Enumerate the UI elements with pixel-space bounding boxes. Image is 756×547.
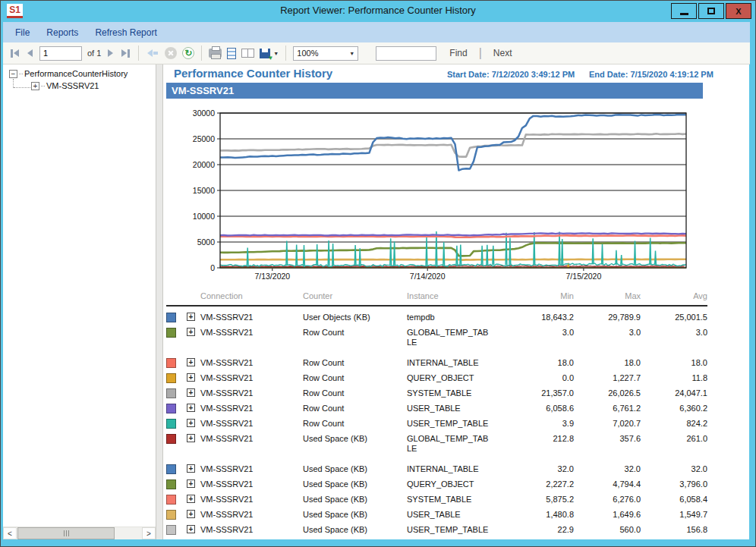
- panel-splitter[interactable]: [156, 64, 163, 539]
- max-cell: 18.0: [574, 358, 641, 368]
- tree-node-root[interactable]: − PerformanceCounterHistory: [3, 68, 156, 80]
- expand-row-icon[interactable]: +: [187, 358, 195, 366]
- find-button[interactable]: Find: [449, 48, 467, 58]
- avg-cell: 32.0: [641, 464, 707, 474]
- series-color-swatch: [166, 388, 176, 398]
- expand-row-icon[interactable]: +: [187, 434, 195, 442]
- print-icon[interactable]: [209, 49, 222, 58]
- min-cell: 3.9: [496, 419, 574, 429]
- last-page-button[interactable]: [120, 48, 131, 59]
- instance-cell: INTERNAL_TABLE: [407, 464, 496, 474]
- table-row: +VM-SSSRV21Row CountSYSTEM_TABLE21,357.0…: [166, 386, 707, 401]
- col-min: Min: [496, 291, 574, 301]
- series-color-swatch: [166, 464, 176, 474]
- svg-text:30000: 30000: [193, 108, 215, 118]
- scrollbar-grip-icon: [64, 530, 65, 536]
- expand-row-icon[interactable]: +: [187, 313, 195, 321]
- connection-cell: VM-SSSRV21: [200, 373, 303, 383]
- tree-server-label[interactable]: VM-SSSRV21: [46, 81, 99, 90]
- menu-bar: File Reports Refresh Report: [3, 22, 750, 42]
- find-input[interactable]: [376, 46, 436, 61]
- next-button[interactable]: Next: [493, 48, 512, 58]
- report-toolbar: of 1 ↻ ▼ ▼ 100% ▼ Find | Next: [3, 42, 750, 64]
- min-cell: 5,875.2: [496, 495, 574, 505]
- scrollbar-thumb[interactable]: [17, 527, 115, 539]
- instance-cell: USER_TABLE: [407, 510, 496, 520]
- counter-table-rows: +VM-SSSRV21User Objects (KB)tempdb18,643…: [166, 310, 707, 538]
- expand-row-icon[interactable]: +: [187, 373, 195, 382]
- table-row: +VM-SSSRV21Used Space (KB)INTERNAL_TABLE…: [166, 462, 707, 477]
- expand-row-icon[interactable]: +: [187, 328, 195, 336]
- instance-cell: USER_TABLE: [407, 404, 496, 413]
- max-cell: 6,761.2: [574, 404, 641, 413]
- print-layout-icon[interactable]: [227, 48, 236, 59]
- close-button[interactable]: X: [726, 3, 751, 19]
- back-button[interactable]: [146, 48, 159, 58]
- tree-horizontal-scrollbar[interactable]: < >: [3, 527, 156, 539]
- chart-svg: 0500010000150002000025000300007/13/20207…: [175, 102, 706, 291]
- page-setup-icon[interactable]: [241, 49, 254, 58]
- instance-cell: SYSTEM_TABLE: [407, 495, 496, 505]
- report-body: Performance Counter History Start Date: …: [163, 64, 749, 539]
- expand-row-icon[interactable]: +: [187, 479, 195, 488]
- counter-cell: Used Space (KB): [303, 479, 407, 489]
- series-color-swatch: [166, 510, 176, 520]
- export-dropdown-caret-icon[interactable]: ▼: [273, 51, 279, 56]
- expand-row-icon[interactable]: +: [187, 404, 195, 412]
- connection-cell: VM-SSSRV21: [200, 464, 303, 474]
- find-next-separator: |: [479, 46, 482, 60]
- performance-counter-chart: 0500010000150002000025000300007/13/20207…: [175, 102, 706, 291]
- expand-row-icon[interactable]: +: [187, 419, 195, 427]
- scroll-left-button[interactable]: <: [3, 527, 17, 539]
- export-icon[interactable]: ▼: [260, 49, 270, 58]
- previous-page-button[interactable]: [26, 48, 34, 58]
- maximize-button[interactable]: [698, 3, 724, 19]
- zoom-value: 100%: [297, 49, 318, 58]
- menu-refresh-report[interactable]: Refresh Report: [95, 27, 156, 38]
- menu-reports[interactable]: Reports: [46, 27, 78, 38]
- table-row: +VM-SSSRV21Row CountQUERY_OBJECT0.01,227…: [166, 371, 707, 386]
- collapse-icon[interactable]: −: [9, 70, 17, 78]
- instance-cell: INTERNAL_TABLE: [407, 358, 496, 368]
- instance-cell: USER_TEMP_TABLE: [407, 525, 496, 535]
- table-header-row: Connection Counter Instance Min Max Avg: [166, 289, 707, 307]
- min-cell: 18.0: [496, 358, 574, 368]
- max-cell: 32.0: [574, 464, 641, 474]
- stop-refresh-icon[interactable]: [165, 47, 177, 59]
- table-row: +VM-SSSRV21Row CountUSER_TEMP_TABLE3.97,…: [166, 417, 707, 432]
- scroll-right-button[interactable]: >: [142, 527, 156, 539]
- tree-root-label[interactable]: PerformanceCounterHistory: [24, 69, 128, 78]
- page-number-input[interactable]: [39, 46, 82, 61]
- tree-node-server[interactable]: + VM-SSSRV21: [3, 80, 156, 92]
- counter-cell: Row Count: [303, 358, 407, 368]
- refresh-icon[interactable]: ↻: [182, 47, 194, 59]
- expand-row-icon[interactable]: +: [187, 388, 195, 397]
- server-name: VM-SSSRV21: [166, 83, 703, 96]
- expand-row-icon[interactable]: +: [187, 464, 195, 473]
- series-color-swatch: [166, 313, 176, 322]
- series-color-swatch: [166, 495, 176, 505]
- table-row: +VM-SSSRV21Used Space (KB)QUERY_OBJECT2,…: [166, 477, 707, 492]
- svg-text:5000: 5000: [197, 237, 216, 247]
- connection-cell: VM-SSSRV21: [200, 313, 303, 322]
- avg-cell: 824.2: [641, 419, 707, 429]
- col-avg: Avg: [641, 291, 707, 301]
- zoom-select[interactable]: 100% ▼: [293, 46, 358, 61]
- counter-cell: Row Count: [303, 388, 407, 398]
- counter-summary-table: Connection Counter Instance Min Max Avg …: [166, 289, 707, 538]
- col-connection: Connection: [200, 291, 303, 301]
- expand-icon[interactable]: +: [31, 82, 39, 90]
- max-cell: 4,794.4: [574, 479, 641, 489]
- expand-row-icon[interactable]: +: [187, 525, 195, 533]
- first-page-button[interactable]: [9, 48, 20, 59]
- table-row: +VM-SSSRV21Used Space (KB)SYSTEM_TABLE5,…: [166, 492, 707, 508]
- expand-row-icon[interactable]: +: [187, 495, 195, 503]
- table-row: +VM-SSSRV21Used Space (KB)USER_TABLE1,48…: [166, 508, 707, 523]
- maximize-icon: [707, 8, 715, 14]
- menu-file[interactable]: File: [15, 27, 30, 38]
- expand-row-icon[interactable]: +: [187, 510, 195, 518]
- minimize-button[interactable]: [671, 3, 697, 19]
- avg-cell: 25,001.5: [641, 313, 707, 322]
- next-page-button[interactable]: [106, 48, 115, 58]
- table-row: +VM-SSSRV21Row CountUSER_TABLE6,058.66,7…: [166, 401, 707, 417]
